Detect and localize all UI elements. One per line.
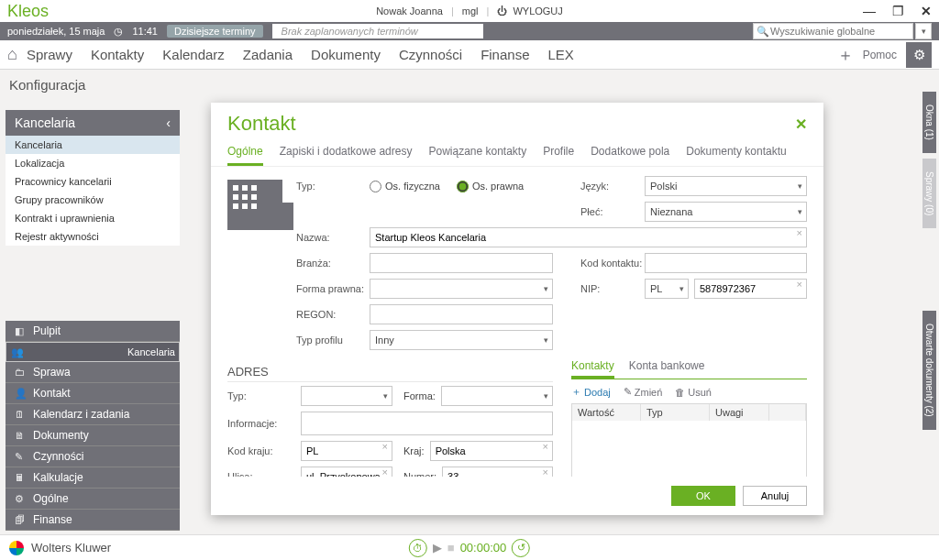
input-branza[interactable] bbox=[370, 253, 553, 273]
label-adr-forma: Forma: bbox=[403, 390, 436, 401]
label-nip: NIP: bbox=[580, 283, 645, 294]
input-info[interactable] bbox=[301, 412, 553, 435]
footer: Wolters Kluwer ⏱ ▶ ■ 00:00:00 ↺ bbox=[0, 534, 939, 560]
label-adr-typ: Typ: bbox=[227, 390, 301, 401]
radio-os-fizyczna[interactable]: Os. fizyczna bbox=[370, 181, 440, 192]
nav-finanse[interactable]: Finanse bbox=[481, 47, 529, 62]
tab-profile[interactable]: Profile bbox=[543, 145, 574, 166]
play-icon[interactable]: ▶ bbox=[433, 541, 442, 555]
sidebar-item-lokalizacja[interactable]: Lokalizacja bbox=[6, 154, 180, 172]
nav-kalendarz[interactable]: Kalendarz bbox=[162, 47, 225, 62]
timer-reset-icon[interactable]: ↺ bbox=[512, 539, 530, 557]
label-typ: Typ: bbox=[296, 181, 370, 192]
modal-title: Kontakt bbox=[227, 112, 795, 136]
tab-ogolne[interactable]: Ogólne bbox=[227, 145, 263, 166]
col-typ[interactable]: Typ bbox=[641, 404, 710, 421]
select-forma[interactable]: ▾ bbox=[370, 279, 553, 299]
select-adr-typ[interactable]: ▾ bbox=[301, 386, 392, 406]
input-numer[interactable] bbox=[442, 467, 553, 477]
input-kod-kontaktu[interactable] bbox=[645, 253, 807, 273]
clear-icon[interactable]: × bbox=[797, 279, 802, 290]
select-adr-forma[interactable]: ▾ bbox=[441, 386, 553, 406]
select-typ-profilu[interactable]: Inny▾ bbox=[370, 330, 553, 350]
time-label: 11:41 bbox=[132, 26, 158, 37]
nav-kontakty[interactable]: Kontakty bbox=[91, 47, 144, 62]
sidebar-header[interactable]: Kancelaria ‹ bbox=[6, 110, 180, 136]
select-nip-country[interactable]: PL▾ bbox=[645, 279, 689, 299]
window-minimize-icon[interactable]: — bbox=[863, 4, 876, 18]
sidebar-item-grupy[interactable]: Grupy pracowników bbox=[6, 191, 180, 209]
tab-powiazane[interactable]: Powiązane kontakty bbox=[428, 145, 526, 166]
sidebar-item-kontrakt[interactable]: Kontrakt i uprawnienia bbox=[6, 209, 180, 227]
user-role: mgl bbox=[462, 5, 479, 16]
tab-dokumenty[interactable]: Dokumenty kontaktu bbox=[686, 145, 786, 166]
tab-zapiski[interactable]: Zapiski i dodatkowe adresy bbox=[280, 145, 413, 166]
nav-kalkulacje[interactable]: 🖩Kalkulacje bbox=[6, 467, 180, 489]
gear-icon[interactable]: ⚙ bbox=[906, 42, 932, 68]
nav-dokumenty[interactable]: Dokumenty bbox=[311, 47, 381, 62]
sidebar-item-rejestr[interactable]: Rejestr aktywności bbox=[6, 227, 180, 246]
input-kraj[interactable] bbox=[430, 441, 553, 461]
input-nazwa[interactable] bbox=[370, 227, 807, 247]
window-restore-icon[interactable]: ❐ bbox=[892, 4, 904, 18]
subtab-konta[interactable]: Konta bankowe bbox=[629, 359, 705, 379]
edit-button[interactable]: ✎Zmień bbox=[624, 385, 663, 399]
clear-icon[interactable]: × bbox=[382, 467, 388, 477]
timer-toggle-icon[interactable]: ⏱ bbox=[409, 539, 427, 557]
search-dropdown-button[interactable]: ▾ bbox=[915, 23, 932, 39]
col-uwagi[interactable]: Uwagi bbox=[710, 404, 769, 421]
tab-dodatk[interactable]: Dodatkowe pola bbox=[591, 145, 669, 166]
home-icon[interactable]: ⌂ bbox=[7, 45, 17, 64]
nav-lex[interactable]: LEX bbox=[548, 47, 574, 62]
nav-czynnosci[interactable]: Czynności bbox=[399, 47, 462, 62]
nav-zadania[interactable]: Zadania bbox=[243, 47, 293, 62]
input-nip[interactable] bbox=[694, 279, 807, 299]
sidebar-item-kancelaria[interactable]: Kancelaria bbox=[6, 136, 180, 154]
nav-dokumenty[interactable]: 🗎Dokumenty bbox=[6, 425, 180, 446]
close-icon[interactable]: ✕ bbox=[795, 115, 807, 133]
select-plec[interactable]: Nieznana▾ bbox=[645, 202, 807, 222]
nav-kancelaria[interactable]: 👥Kancelaria bbox=[6, 342, 180, 362]
col-wartosc[interactable]: Wartość bbox=[572, 404, 641, 421]
clear-icon[interactable]: × bbox=[543, 467, 548, 477]
stop-icon[interactable]: ■ bbox=[447, 541, 455, 555]
nav-finanse[interactable]: 🗐Finanse bbox=[6, 510, 180, 531]
global-search: 🔍 ▾ bbox=[753, 23, 932, 39]
plus-icon[interactable]: ＋ bbox=[837, 44, 854, 66]
cancel-button[interactable]: Anuluj bbox=[743, 486, 807, 506]
help-link[interactable]: Pomoc bbox=[863, 49, 897, 61]
input-ulica[interactable] bbox=[301, 467, 392, 477]
clear-icon[interactable]: × bbox=[543, 441, 548, 452]
sidebar-item-pracownicy[interactable]: Pracownicy kancelarii bbox=[6, 172, 180, 191]
input-regon[interactable] bbox=[370, 304, 553, 324]
logout-link[interactable]: WYLOGUJ bbox=[513, 5, 562, 16]
activity-icon: ✎ bbox=[15, 451, 27, 463]
nav-sprawa[interactable]: 🗀Sprawa bbox=[6, 362, 180, 383]
ok-button[interactable]: OK bbox=[671, 486, 735, 506]
select-jezyk[interactable]: Polski▾ bbox=[645, 176, 807, 196]
nav-pulpit[interactable]: ◧Pulpit bbox=[6, 321, 180, 342]
right-tabs: Okna (1) Sprawy (0) Otwarte dokumenty (2… bbox=[922, 92, 939, 435]
nav-kontakt[interactable]: 👤Kontakt bbox=[6, 383, 180, 404]
label-regon: REGON: bbox=[296, 309, 370, 320]
clear-icon[interactable]: × bbox=[797, 227, 802, 238]
rtab-cases[interactable]: Sprawy (0) bbox=[922, 159, 936, 228]
add-button[interactable]: ＋Dodaj bbox=[571, 385, 611, 399]
nav-kalendarz-zadania[interactable]: 🗓Kalendarz i zadania bbox=[6, 404, 180, 425]
rtab-windows[interactable]: Okna (1) bbox=[922, 92, 936, 153]
nav-czynnosci[interactable]: ✎Czynności bbox=[6, 446, 180, 467]
input-kod-kraju[interactable] bbox=[301, 441, 392, 461]
label-jezyk: Język: bbox=[580, 181, 645, 192]
radio-os-prawna[interactable]: Os. prawna bbox=[457, 181, 524, 192]
calendar-icon: 🗓 bbox=[15, 409, 27, 420]
rtab-open-docs[interactable]: Otwarte dokumenty (2) bbox=[922, 311, 936, 430]
today-badge[interactable]: Dzisiejsze terminy bbox=[167, 25, 263, 38]
nav-sprawy[interactable]: Sprawy bbox=[27, 47, 72, 62]
user-name: Nowak Joanna bbox=[376, 5, 443, 16]
subtab-kontakty[interactable]: Kontakty bbox=[571, 359, 614, 379]
clear-icon[interactable]: × bbox=[382, 441, 388, 452]
delete-button[interactable]: 🗑Usuń bbox=[675, 385, 712, 399]
nav-ogolne[interactable]: ⚙Ogólne bbox=[6, 489, 180, 510]
global-search-input[interactable] bbox=[753, 23, 913, 39]
window-close-icon[interactable]: ✕ bbox=[921, 4, 932, 18]
